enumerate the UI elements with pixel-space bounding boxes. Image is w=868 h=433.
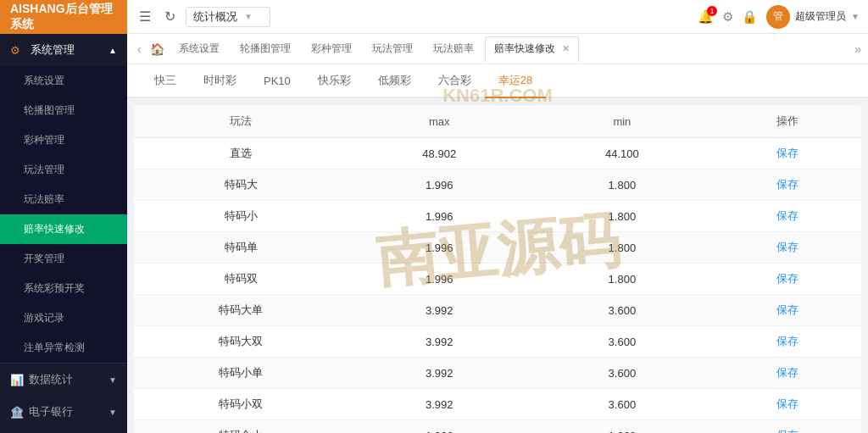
- save-button[interactable]: 保存: [776, 303, 798, 318]
- breadcrumb-more-icon[interactable]: »: [854, 42, 861, 56]
- save-button[interactable]: 保存: [776, 334, 798, 349]
- td-action[interactable]: 保存: [714, 138, 861, 169]
- sidebar-section-ebank[interactable]: 🏦 电子银行 ▼: [0, 396, 127, 428]
- td-action[interactable]: 保存: [714, 420, 861, 434]
- sidebar-item-anomaly-check[interactable]: 注单异常检测: [0, 333, 127, 363]
- td-play-name: 特码单: [134, 232, 348, 264]
- sidebar-section-system-header[interactable]: ⚙ 系统管理 ▲: [0, 34, 127, 66]
- sidebar: AISHANG后台管理系统 ⚙ 系统管理 ▲ 系统设置 轮播图管理 彩种管理 玩…: [0, 0, 127, 433]
- td-action[interactable]: 保存: [714, 389, 861, 420]
- breadcrumb-tab-system-settings[interactable]: 系统设置: [170, 36, 229, 62]
- sidebar-item-pre-draw[interactable]: 系统彩预开奖: [0, 274, 127, 303]
- save-button[interactable]: 保存: [776, 428, 798, 433]
- data-stats-label: 数据统计: [29, 372, 73, 387]
- sidebar-item-lottery[interactable]: 彩种管理: [0, 125, 127, 155]
- breadcrumb-home-icon[interactable]: 🏠: [147, 42, 168, 56]
- td-min: 1.800: [531, 264, 714, 295]
- sidebar-toggle-icon[interactable]: ☰: [136, 5, 154, 28]
- save-button[interactable]: 保存: [776, 240, 798, 255]
- notification-badge: 1: [707, 6, 717, 16]
- topbar-title-dropdown[interactable]: 统计概况 ▼: [186, 7, 270, 27]
- td-play-name: 特码大单: [134, 295, 348, 326]
- table-row: 特码小 1.996 1.800 保存: [134, 201, 861, 232]
- table-row: 特码小单 3.992 3.600 保存: [134, 358, 861, 389]
- settings-icon-btn[interactable]: ⚙: [722, 9, 733, 25]
- subtab-bar: 快三 时时彩 PK10 快乐彩 低频彩 六合彩 幸运28: [127, 64, 868, 98]
- gear-icon: ⚙: [10, 44, 20, 57]
- th-play: 玩法: [134, 105, 348, 138]
- subtab-kuai3[interactable]: 快三: [141, 64, 190, 98]
- subtab-liuhe[interactable]: 六合彩: [425, 64, 485, 98]
- user-dropdown-arrow: ▼: [851, 12, 860, 21]
- td-max: 3.992: [348, 295, 531, 326]
- td-action[interactable]: 保存: [714, 264, 861, 295]
- sidebar-item-odds[interactable]: 玩法赔率: [0, 185, 127, 214]
- td-action[interactable]: 保存: [714, 326, 861, 358]
- subtab-dipin[interactable]: 低频彩: [364, 64, 425, 98]
- sidebar-section-data-stats[interactable]: 📊 数据统计 ▼: [0, 364, 127, 396]
- odds-table-container: 玩法 max min 操作 直选 48.902 44.100 保存 特码大 1.…: [134, 105, 861, 433]
- save-button[interactable]: 保存: [776, 365, 798, 380]
- table-row: 特码大双 3.992 3.600 保存: [134, 326, 861, 358]
- save-button[interactable]: 保存: [776, 208, 798, 224]
- breadcrumb-bar: ‹ 🏠 系统设置 轮播图管理 彩种管理 玩法管理 玩法赔率 赔率快速修改 ✕ »: [127, 34, 868, 64]
- td-action[interactable]: 保存: [714, 201, 861, 232]
- breadcrumb-tab-carousel[interactable]: 轮播图管理: [231, 36, 300, 62]
- save-button[interactable]: 保存: [776, 146, 798, 161]
- save-button[interactable]: 保存: [776, 271, 798, 286]
- content-area: 玩法 max min 操作 直选 48.902 44.100 保存 特码大 1.…: [127, 98, 868, 433]
- td-min: 3.600: [531, 326, 714, 358]
- sidebar-item-game-records[interactable]: 游戏记录: [0, 303, 127, 333]
- sidebar-section-member[interactable]: 👤 会员管理 ▼: [0, 428, 127, 433]
- save-button[interactable]: 保存: [776, 177, 798, 192]
- breadcrumb-tab-odds[interactable]: 玩法赔率: [424, 36, 483, 62]
- sidebar-item-lottery-draw[interactable]: 开奖管理: [0, 244, 127, 274]
- th-action: 操作: [714, 105, 861, 138]
- chart-icon: 📊: [10, 374, 24, 386]
- table-row: 直选 48.902 44.100 保存: [134, 138, 861, 169]
- topbar-right: 🔔 1 ⚙ 🔒 管 超级管理员 ▼: [698, 5, 860, 29]
- lock-icon: 🔒: [742, 9, 758, 24]
- settings-icon: ⚙: [722, 9, 733, 24]
- sidebar-item-system-settings[interactable]: 系统设置: [0, 66, 127, 96]
- td-action[interactable]: 保存: [714, 358, 861, 389]
- sidebar-section-system: ⚙ 系统管理 ▲ 系统设置 轮播图管理 彩种管理 玩法管理 玩法赔率 赔率快速修…: [0, 34, 127, 364]
- td-max: 48.902: [348, 138, 531, 169]
- sidebar-item-play-mgmt[interactable]: 玩法管理: [0, 155, 127, 185]
- td-action[interactable]: 保存: [714, 169, 861, 201]
- dropdown-arrow-icon: ▼: [244, 12, 253, 21]
- td-action[interactable]: 保存: [714, 295, 861, 326]
- td-min: 44.100: [531, 138, 714, 169]
- td-min: 3.600: [531, 358, 714, 389]
- td-play-name: 直选: [134, 138, 348, 169]
- bank-icon: 🏦: [10, 406, 24, 419]
- subtab-pk10[interactable]: PK10: [250, 64, 304, 98]
- odds-table: 玩法 max min 操作 直选 48.902 44.100 保存 特码大 1.…: [134, 105, 861, 433]
- breadcrumb-tab-lottery[interactable]: 彩种管理: [302, 36, 361, 62]
- user-profile[interactable]: 管 超级管理员 ▼: [766, 5, 860, 29]
- td-max: 3.992: [348, 389, 531, 420]
- td-play-name: 特码小双: [134, 389, 348, 420]
- subtab-xingyun[interactable]: 幸运28: [485, 64, 546, 98]
- td-max: 1.996: [348, 169, 531, 201]
- subtab-shishi[interactable]: 时时彩: [190, 64, 250, 98]
- td-min: 1.800: [531, 201, 714, 232]
- refresh-icon[interactable]: ↻: [161, 5, 179, 28]
- breadcrumb-tab-play-mgmt[interactable]: 玩法管理: [363, 36, 422, 62]
- subtab-kuaile[interactable]: 快乐彩: [304, 64, 364, 98]
- breadcrumb-left-arrow[interactable]: ‹: [134, 42, 145, 56]
- close-tab-icon[interactable]: ✕: [562, 43, 570, 54]
- lock-icon-btn[interactable]: 🔒: [742, 9, 758, 25]
- logo-text: AISHANG后台管理系统: [10, 2, 117, 32]
- breadcrumb-tab-odds-quick[interactable]: 赔率快速修改 ✕: [485, 36, 579, 62]
- table-row: 特码双 1.996 1.800 保存: [134, 264, 861, 295]
- notification-icon-btn[interactable]: 🔔 1: [698, 9, 714, 25]
- system-mgmt-label: 系统管理: [31, 42, 75, 58]
- sidebar-item-carousel[interactable]: 轮播图管理: [0, 96, 127, 125]
- td-action[interactable]: 保存: [714, 232, 861, 264]
- avatar: 管: [766, 5, 790, 29]
- save-button[interactable]: 保存: [776, 397, 798, 412]
- sidebar-item-odds-quick-edit[interactable]: 赔率快速修改: [0, 214, 127, 244]
- td-play-name: 特码合大: [134, 420, 348, 434]
- ebank-label: 电子银行: [29, 404, 73, 419]
